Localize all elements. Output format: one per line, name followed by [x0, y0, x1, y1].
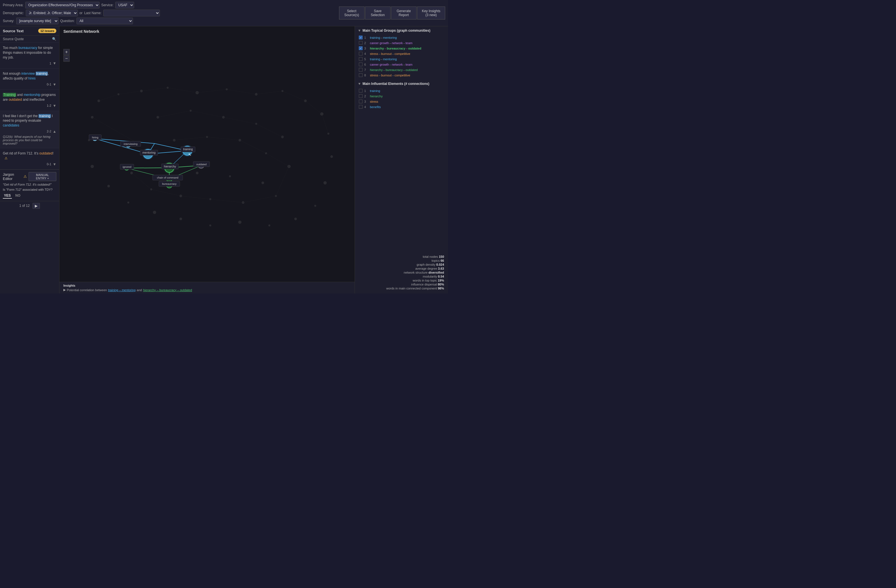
- topic-link-5[interactable]: training – mentoring: [370, 58, 397, 61]
- hires-highlight: hires: [28, 76, 36, 80]
- influential-item-3[interactable]: 3stress: [355, 99, 448, 104]
- demographic-select[interactable]: Jr. Enlisted; Jr. Officer; Male: [26, 10, 78, 17]
- manual-entry-button[interactable]: MANUAL ENTRY +: [29, 172, 56, 181]
- ignored-label: ignored: [123, 166, 131, 168]
- topic-link-3[interactable]: hierarchy – bureaucracy – outdated: [370, 47, 421, 50]
- topic-group-item-3[interactable]: 3hierarchy – bureaucracy – outdated: [355, 46, 448, 51]
- topic-check-7[interactable]: [359, 68, 363, 72]
- pagination-text: 1 of 12: [19, 204, 30, 208]
- topic-part: stress: [370, 52, 378, 55]
- influential-item-1[interactable]: 1training: [355, 88, 448, 93]
- topic-group-item-1[interactable]: 1training – mentoring: [355, 35, 448, 40]
- topic-check-1[interactable]: [359, 36, 363, 39]
- insight-link1[interactable]: training – mentoring: [108, 288, 136, 292]
- expand-icon-5[interactable]: ▼: [53, 162, 56, 166]
- key-insights-button[interactable]: Key Insights(3 new): [417, 6, 445, 20]
- inf-check-1[interactable]: [359, 89, 363, 93]
- inf-check-3[interactable]: [359, 100, 363, 103]
- svg-line-61: [276, 166, 289, 196]
- generate-report-button[interactable]: GenerateReport: [391, 6, 417, 20]
- topic-part: outdated: [408, 47, 421, 50]
- or-label: or: [79, 11, 83, 15]
- topic-group-item-6[interactable]: 6career growth – network – team: [355, 62, 448, 67]
- source-item-1[interactable]: Too much bureaucracy for simple things m…: [0, 43, 59, 69]
- save-selection-button[interactable]: SaveSelection: [365, 6, 390, 20]
- bureaucracy-highlight: bureaucracy: [18, 46, 37, 50]
- source-item-3[interactable]: Training and mentorship programs are out…: [0, 90, 59, 111]
- svg-line-66: [132, 173, 151, 189]
- stat-network-structure-val: diversified: [428, 271, 444, 274]
- jargon-question: Is "Form 712" associated with TDY?: [3, 188, 56, 191]
- question-select[interactable]: All: [76, 18, 133, 24]
- search-icon[interactable]: 🔍: [52, 37, 56, 41]
- source-text-title: Source Text: [3, 29, 23, 33]
- svg-line-49: [197, 90, 227, 93]
- source-item-5[interactable]: Get rid of Form 712. It's outdated! ⚠ 0-…: [0, 148, 59, 169]
- topic-check-5[interactable]: [359, 57, 363, 61]
- influential-header[interactable]: ▼ Main Influential Elements (# connectio…: [355, 79, 448, 88]
- inf-check-2[interactable]: [359, 94, 363, 98]
- expand-icon-1[interactable]: ▼: [53, 61, 56, 66]
- inf-check-4[interactable]: [359, 105, 363, 109]
- expand-icon-4[interactable]: ▲: [53, 129, 56, 134]
- select-sources-button[interactable]: SelectSource(s): [339, 6, 364, 20]
- topic-link-8[interactable]: stress – burnout – competitive: [370, 73, 410, 77]
- expand-icon-3[interactable]: ▼: [53, 104, 56, 108]
- topic-link-6[interactable]: career growth – network – team: [370, 63, 413, 66]
- source-item-2[interactable]: Not enough interview training, affects q…: [0, 69, 59, 90]
- primary-area-select[interactable]: Organization Effectiveness//Org Processe…: [25, 2, 100, 9]
- topic-group-item-7[interactable]: 7hierarchy – bureaucracy – outdated: [355, 67, 448, 72]
- source-item-3-badge: 1-2: [47, 104, 51, 107]
- topic-group-item-8[interactable]: 8stress – burnout – competitive: [355, 72, 448, 78]
- yes-button[interactable]: YES: [3, 193, 12, 199]
- source-item-4-footer: 2-2 ▲: [3, 129, 56, 134]
- topic-link-1[interactable]: training – mentoring: [370, 36, 397, 39]
- topic-part: –: [392, 52, 394, 55]
- svg-point-36: [130, 172, 133, 174]
- topic-group-item-2[interactable]: 2career growth – network – team: [355, 40, 448, 46]
- last-name-select[interactable]: [103, 10, 160, 17]
- topic-num-5: 5: [364, 58, 368, 61]
- row-3: Survey: [example survey title] Question:…: [3, 18, 336, 24]
- expand-icon-2[interactable]: ▼: [53, 82, 56, 87]
- source-item-4[interactable]: I feel like I don't get the training I n…: [0, 111, 59, 148]
- topic-check-6[interactable]: [359, 62, 363, 66]
- topical-groups-header[interactable]: ▼ Main Topical Groups (graph communities…: [355, 26, 448, 35]
- training-box-green: Training: [3, 93, 16, 97]
- influential-item-4[interactable]: 4benefits: [355, 104, 448, 110]
- topic-num-3: 3: [364, 47, 368, 50]
- svg-point-10: [328, 133, 329, 135]
- survey-select[interactable]: [example survey title]: [16, 18, 59, 24]
- topic-check-3[interactable]: [359, 46, 363, 50]
- primary-area-label: Primary Area:: [3, 3, 23, 7]
- topic-num-6: 6: [364, 63, 368, 66]
- topic-check-2[interactable]: [359, 41, 363, 45]
- source-item-1-footer: 1 ▼: [3, 61, 56, 66]
- topic-part: –: [389, 63, 391, 66]
- insight-link2[interactable]: hierarchy – bureaucracy – outdated: [143, 288, 192, 292]
- topic-link-7[interactable]: hierarchy – bureaucracy – outdated: [370, 68, 418, 72]
- source-text-header: Source Text 12 issues: [0, 26, 59, 36]
- topic-check-4[interactable]: [359, 52, 363, 55]
- topic-link-4[interactable]: stress – burnout – competitive: [370, 52, 410, 55]
- topic-part: bureaucracy: [386, 68, 403, 72]
- svg-line-45: [99, 94, 119, 101]
- stat-topics: topics 66: [359, 259, 444, 262]
- topic-group-item-5[interactable]: 5training – mentoring: [355, 56, 448, 62]
- svg-point-22: [91, 165, 94, 168]
- influential-item-2[interactable]: 2hierarchy: [355, 93, 448, 99]
- no-button[interactable]: NO: [14, 193, 21, 199]
- svg-point-0: [98, 100, 100, 102]
- svg-point-32: [242, 201, 244, 204]
- stat-words-main-connected-val: 98%: [438, 286, 444, 290]
- next-page-button[interactable]: ▶: [32, 203, 40, 209]
- service-select[interactable]: USAF: [115, 2, 134, 9]
- topic-part: career growth: [370, 41, 389, 45]
- topic-group-item-4[interactable]: 4stress – burnout – competitive: [355, 51, 448, 56]
- insights-bar: Insights ▶ Potential correlation between…: [59, 282, 355, 293]
- source-item-3-footer: 1-2 ▼: [3, 104, 56, 108]
- topical-groups-list: 1training – mentoring2career growth – ne…: [355, 35, 448, 78]
- mentorship-highlight: mentorship: [24, 93, 40, 97]
- topic-check-8[interactable]: [359, 73, 363, 77]
- topic-link-2[interactable]: career growth – network – team: [370, 41, 413, 45]
